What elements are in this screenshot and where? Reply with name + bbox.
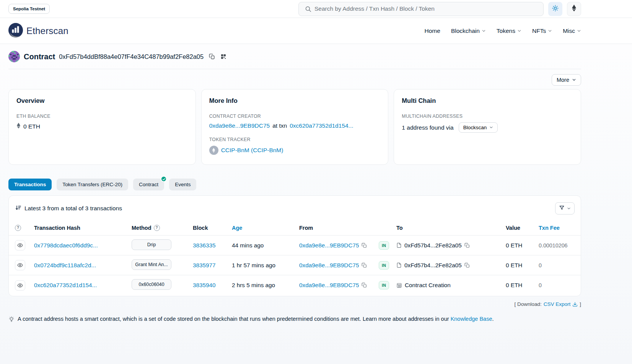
etherscan-logo-icon <box>8 23 23 39</box>
from-address-link[interactable]: 0xda9e8e...9EB9DC75 <box>299 262 359 269</box>
from-address-link[interactable]: 0xda9e8e...9EB9DC75 <box>299 242 359 249</box>
txn-fee-cell: 0.00010206 <box>539 242 575 249</box>
nav-tokens[interactable]: Tokens <box>497 28 521 34</box>
contract-note: A contract address hosts a smart contrac… <box>8 316 581 322</box>
sun-icon <box>552 5 559 13</box>
network-selector-button[interactable]: Sepolia Testnet <box>8 4 50 14</box>
help-icon[interactable]: ? <box>15 225 21 231</box>
col-txn-fee-sort[interactable]: Txn Fee <box>539 225 575 231</box>
age-cell: 44 mins ago <box>232 242 299 249</box>
preview-eye-button[interactable] <box>15 280 25 291</box>
col-value: Value <box>506 225 539 231</box>
value-cell: 0 ETH <box>506 282 539 289</box>
tab-contract[interactable]: Contract <box>133 179 164 190</box>
copy-icon[interactable] <box>362 243 367 248</box>
nav-home[interactable]: Home <box>425 28 440 34</box>
creator-address-link[interactable]: 0xda9e8e...9EB9DC75 <box>209 122 270 129</box>
multichain-addresses-label: MULTICHAIN ADDRESSES <box>402 114 573 119</box>
at-txn-text: at txn <box>272 122 287 129</box>
eth-balance-label: ETH BALANCE <box>16 114 188 119</box>
col-method: Method <box>132 225 151 231</box>
document-icon <box>396 262 402 268</box>
download-row: [ Download: CSV Export ] <box>8 301 581 307</box>
more-info-title: More Info <box>209 97 381 104</box>
method-badge[interactable]: Drip <box>132 239 171 250</box>
direction-badge: IN <box>379 241 389 250</box>
tab-bar: Transactions Token Transfers (ERC-20) Co… <box>8 179 581 190</box>
method-badge[interactable]: Grant Mint An... <box>132 259 171 270</box>
block-link[interactable]: 3835977 <box>193 262 216 268</box>
tab-events[interactable]: Events <box>169 179 196 190</box>
table-row: 0x7798dcdaec0f6dd9c... Drip 3836335 44 m… <box>9 236 581 255</box>
col-from: From <box>299 225 379 231</box>
transactions-summary: Latest 3 from a total of 3 transactions <box>24 205 122 212</box>
search-input[interactable] <box>314 5 539 12</box>
network-menu-button[interactable] <box>567 2 581 16</box>
qr-code-icon[interactable] <box>220 54 226 60</box>
chevron-down-icon <box>517 28 521 34</box>
verified-check-icon <box>161 176 167 182</box>
tab-transactions[interactable]: Transactions <box>8 179 52 190</box>
help-icon[interactable]: ? <box>154 225 160 231</box>
chevron-down-icon <box>572 77 576 83</box>
txn-hash-link[interactable]: 0xc620a77352d1d154... <box>34 282 97 288</box>
contract-header: Contract 0xFd57b4ddBf88a4e07fF4e34C487b9… <box>8 44 581 62</box>
table-row: 0xc620a77352d1d154... 0x60c06040 3835940… <box>9 275 581 295</box>
preview-eye-button[interactable] <box>15 260 25 270</box>
chevron-down-icon <box>489 125 493 130</box>
creation-txn-link[interactable]: 0xc620a77352d1d154... <box>290 122 353 129</box>
block-link[interactable]: 3836335 <box>193 242 216 249</box>
col-transaction-hash: Transaction Hash <box>34 225 132 231</box>
age-cell: 2 hrs 5 mins ago <box>232 282 299 289</box>
token-tracker-label: TOKEN TRACKER <box>209 137 381 142</box>
copy-icon[interactable] <box>464 263 470 268</box>
overview-title: Overview <box>16 97 188 104</box>
table-row: 0x0724bdf9c118afc2d... Grant Mint An... … <box>9 255 581 275</box>
txn-hash-link[interactable]: 0x7798dcdaec0f6dd9c... <box>34 242 98 249</box>
chevron-down-icon <box>577 28 581 34</box>
direction-badge: IN <box>379 281 389 289</box>
copy-address-icon[interactable] <box>209 54 215 60</box>
direction-badge: IN <box>379 261 389 270</box>
to-address: 0xFd57b4...2Fe82a05 <box>404 242 462 249</box>
to-address: 0xFd57b4...2Fe82a05 <box>404 262 462 269</box>
chevron-down-icon <box>567 206 571 211</box>
page-title: Contract <box>24 52 55 61</box>
knowledge-base-link[interactable]: Knowledge Base <box>451 316 492 322</box>
nav-misc[interactable]: Misc <box>563 28 581 34</box>
theme-toggle-button[interactable] <box>548 2 562 16</box>
txn-hash-link[interactable]: 0x0724bdf9c118afc2d... <box>34 262 96 268</box>
search-bar[interactable] <box>298 2 544 16</box>
etherscan-logo[interactable]: Etherscan <box>8 23 68 39</box>
lightbulb-icon <box>8 316 15 322</box>
col-block: Block <box>193 225 232 231</box>
value-cell: 0 ETH <box>506 242 539 249</box>
contract-identicon <box>8 51 20 62</box>
txn-fee-cell: 0 <box>539 262 575 268</box>
nav-nfts[interactable]: NFTs <box>532 28 552 34</box>
download-icon[interactable] <box>572 302 578 307</box>
ethereum-icon <box>16 122 21 130</box>
copy-icon[interactable] <box>464 243 470 248</box>
more-button[interactable]: More <box>552 74 581 86</box>
from-address-link[interactable]: 0xda9e8e...9EB9DC75 <box>299 282 359 289</box>
multichain-title: Multi Chain <box>402 97 573 104</box>
nav-blockchain[interactable]: Blockchain <box>451 28 486 34</box>
blockscan-dropdown[interactable]: Blockscan <box>459 122 498 133</box>
tab-token-transfers[interactable]: Token Transfers (ERC-20) <box>57 179 128 190</box>
copy-icon[interactable] <box>362 283 367 288</box>
txn-fee-cell: 0 <box>539 282 575 288</box>
contract-address: 0xFd57b4ddBf88a4e07fF4e34C487b99af2Fe82a… <box>59 53 204 60</box>
col-age-sort[interactable]: Age <box>232 225 299 231</box>
method-badge[interactable]: 0x60c06040 <box>132 279 171 290</box>
block-link[interactable]: 3835940 <box>193 282 216 288</box>
preview-eye-button[interactable] <box>15 240 25 250</box>
filter-button[interactable] <box>555 202 575 214</box>
contract-creation-icon <box>396 283 402 288</box>
csv-export-link[interactable]: CSV Export <box>544 301 571 307</box>
token-tracker-link[interactable]: CCIP-BnM (CCIP-BnM) <box>221 147 283 154</box>
copy-icon[interactable] <box>362 263 367 268</box>
chevron-down-icon <box>548 28 552 34</box>
eth-balance-value: 0 ETH <box>23 123 40 130</box>
chevron-down-icon <box>482 28 486 34</box>
